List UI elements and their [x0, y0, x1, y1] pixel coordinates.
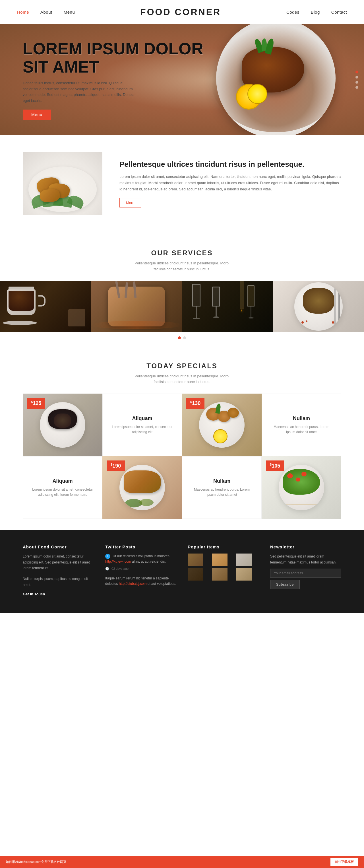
- special-name-7: Nullam: [213, 478, 230, 484]
- hero-dot-3[interactable]: [356, 81, 358, 84]
- special-name-4: Nullam: [293, 415, 310, 422]
- specials-row-1: $125 Aliquam Lorem ipsum dolor sit amet,…: [23, 394, 341, 456]
- plate-circle-1: [40, 402, 85, 448]
- popular-thumb-6[interactable]: [236, 568, 252, 581]
- twitter-link-2[interactable]: http://uiubajaj.com: [119, 582, 146, 586]
- gallery-item-lamb: [91, 281, 182, 332]
- footer-twitter-title: Twitter Posts: [105, 545, 176, 549]
- hero-dots: [356, 70, 358, 89]
- footer-grid: About Food Corner Lorem ipsum dolor sit …: [23, 545, 341, 596]
- twitter-link-1[interactable]: http://ku.ewr.com: [105, 559, 131, 563]
- schnitzel-image: [23, 152, 102, 215]
- hero-dot-4[interactable]: [356, 86, 358, 89]
- gallery-item-coffee: [0, 281, 91, 332]
- nav-left: Home About Menu: [17, 10, 75, 14]
- footer: About Food Corner Lorem ipsum dolor sit …: [0, 530, 364, 613]
- gallery-pagination: [0, 332, 364, 345]
- popular-thumb-3[interactable]: [236, 554, 252, 566]
- newsletter-email-input[interactable]: [270, 568, 341, 578]
- sauce-visual: [91, 321, 182, 329]
- glass-1: [191, 284, 202, 327]
- nav-blog[interactable]: Blog: [311, 10, 320, 14]
- special-item-6: $190: [102, 456, 182, 519]
- popular-thumb-5[interactable]: [212, 568, 228, 581]
- nav-codes[interactable]: Codes: [286, 10, 299, 14]
- special-name-2: Aliquam: [132, 415, 152, 422]
- special-desc-5: Lorem ipsum dolor sit amet, consectetur …: [32, 487, 94, 497]
- footer-newsletter: Newsletter Sed pellentesque elit sit ame…: [270, 545, 341, 596]
- plate-circle-3: [199, 402, 244, 448]
- twitter-post-1: t Ut aut reiciendis voluptatibus maiores…: [105, 554, 176, 564]
- specials-row-2: Aliquam Lorem ipsum dolor sit amet, cons…: [23, 456, 341, 519]
- footer-twitter: Twitter Posts t Ut aut reiciendis volupt…: [105, 545, 176, 596]
- special-desc-2: Lorem ipsum dolor sit amet, consectetur …: [111, 424, 173, 435]
- subscribe-button[interactable]: Subscribe: [270, 580, 300, 589]
- coffee-visual: [6, 287, 45, 327]
- about-food-image: [23, 152, 102, 215]
- footer-about-body2: Nullam turpis ipsum, dapibus eu congue s…: [23, 576, 94, 588]
- gallery-dot-1[interactable]: [178, 336, 181, 339]
- services-section: OUR SERVICES Pellentesque ultrices tinci…: [0, 232, 364, 272]
- hero-dot-2[interactable]: [356, 76, 358, 79]
- special-desc-4: Maecenas ac hendrerit purus. Lorem ipsum…: [270, 424, 332, 435]
- footer-popular: Popular Items: [188, 545, 259, 596]
- hero-section: LOREM IPSUM DOLOR SIT AMET Donec tellus …: [0, 24, 364, 135]
- about-heading: Pellentesque ultrices tincidunt risus in…: [120, 160, 341, 169]
- special-item-4: Nullam Maecenas ac hendrerit purus. Lore…: [262, 394, 341, 456]
- more-button[interactable]: More: [120, 198, 141, 208]
- about-text-content: Pellentesque ultrices tincidunt risus in…: [120, 160, 341, 208]
- services-subtitle: Pellentesque ultrices tincidunt risus in…: [132, 260, 232, 272]
- services-gallery: [0, 281, 364, 332]
- candle: [239, 281, 244, 332]
- glass-3: [246, 285, 256, 327]
- plate-circle-6: [120, 465, 165, 510]
- price-badge-3: $130: [186, 398, 204, 409]
- gallery-item-table: [182, 281, 273, 332]
- gallery-item-plate: [273, 281, 364, 332]
- popular-grid: [188, 554, 259, 581]
- hero-dot-1[interactable]: [356, 70, 358, 73]
- nav-about[interactable]: About: [40, 10, 52, 14]
- special-item-2: Aliquam Lorem ipsum dolor sit amet, cons…: [102, 394, 182, 456]
- special-item-1: $125: [23, 394, 102, 456]
- hero-title: LOREM IPSUM DOLOR SIT AMET: [23, 39, 203, 76]
- footer-about: About Food Corner Lorem ipsum dolor sit …: [23, 545, 94, 596]
- nav-menu[interactable]: Menu: [64, 10, 75, 14]
- footer-newsletter-title: Newsletter: [270, 545, 341, 549]
- nav-contact[interactable]: Contact: [331, 10, 347, 14]
- price-badge-8: $105: [266, 461, 284, 471]
- hero-content: LOREM IPSUM DOLOR SIT AMET Donec tellus …: [0, 39, 203, 120]
- clock-icon: 🕐: [105, 567, 109, 570]
- coffee-side-item: [68, 309, 85, 327]
- newsletter-body: Sed pellentesque elit sit amet lorem fer…: [270, 554, 341, 565]
- popular-thumb-1[interactable]: [188, 554, 203, 566]
- nav-home[interactable]: Home: [17, 10, 29, 14]
- services-title: OUR SERVICES: [23, 249, 341, 257]
- hero-food-art: [219, 30, 327, 129]
- specials-section: TODAY SPECIALS Pellentesque ultrices tin…: [0, 345, 364, 530]
- hero-cta-button[interactable]: Menu: [23, 110, 51, 120]
- hero-body: Donec tellus metus, consectetur ut, maxi…: [23, 80, 136, 104]
- twitter-icon-1: t: [105, 554, 110, 559]
- special-item-3: $130: [182, 394, 262, 456]
- get-in-touch-link[interactable]: Get In Touch: [23, 592, 94, 596]
- footer-popular-title: Popular Items: [188, 545, 259, 549]
- twitter-post-2: Itaque earum rerum hic tenetur a sapient…: [105, 576, 176, 587]
- schnitzel-pieces: [34, 175, 79, 204]
- about-body: Lorem ipsum dolor sit amet, consectetur …: [120, 174, 341, 192]
- navbar: Home About Menu FOOD CORNER Codes Blog C…: [0, 0, 364, 24]
- footer-about-title: About Food Corner: [23, 545, 94, 549]
- footer-about-body: Lorem ipsum dolor sit amet, consectetur …: [23, 554, 94, 571]
- twitter-time-1: 🕐 02 days ago: [105, 567, 176, 570]
- special-desc-7: Maecenas ac hendrerit purus. Lorem ipsum…: [191, 487, 253, 497]
- glass-2: [210, 287, 222, 327]
- site-logo: FOOD CORNER: [140, 7, 221, 18]
- gallery-dot-2[interactable]: [183, 336, 186, 339]
- about-section: Pellentesque ultrices tincidunt risus in…: [0, 135, 364, 232]
- popular-thumb-4[interactable]: [188, 568, 203, 581]
- plate-art: [273, 281, 364, 332]
- popular-thumb-2[interactable]: [212, 554, 228, 566]
- special-item-8: $105: [262, 456, 341, 519]
- specials-subtitle: Pellentesque ultrices tincidunt risus in…: [132, 373, 232, 385]
- nav-right: Codes Blog Contact: [286, 10, 347, 14]
